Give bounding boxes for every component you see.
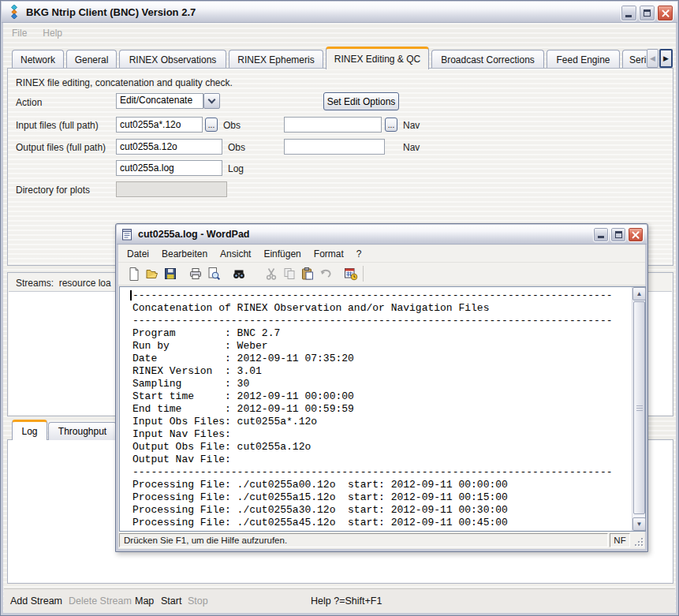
footer-bar: Add Stream Delete Stream Map Start Stop … [4,588,675,612]
wp-menu-format[interactable]: Format [308,246,350,262]
status-nf-indicator: NF [610,533,630,547]
log-line: Input Nav Files: [132,428,629,441]
plots-dir-label: Directory for plots [16,185,90,196]
tab-network[interactable]: Network [12,50,64,69]
log-file-field[interactable] [116,160,222,176]
tab-rinex-ephemeris[interactable]: RINEX Ephemeris [229,50,323,69]
close-button[interactable] [657,5,673,21]
wp-menu-hilfe[interactable]: ? [350,246,368,262]
log-line: Processing File: ./cut0255a30.12o start:… [132,504,629,517]
status-help-text: Drücken Sie F1, um die Hilfe aufzurufen. [119,533,608,547]
input-obs-caption: Obs [223,120,241,131]
streams-header: Streams: resource loa [16,278,111,289]
log-line: Run by : Weber [132,340,629,353]
bottom-tab-throughput[interactable]: Throughput [48,422,117,440]
input-files-label: Input files (full path) [16,120,99,131]
undo-icon[interactable] [316,265,334,282]
log-line: ----------------------------------------… [132,289,629,302]
action-label: Action [16,97,42,108]
log-line: Concatenation of RINEX Observation and/o… [132,302,629,315]
tab-rinex-editing-qc[interactable]: RINEX Editing & QC [326,47,429,69]
log-line: Processing File: ./cut0255a00.12o start:… [132,479,629,491]
wordpad-titlebar[interactable]: cut0255a.log - WordPad [117,225,647,245]
input-nav-caption: Nav [403,120,420,131]
log-line: Date : 2012-09-11 07:35:20 [132,353,629,365]
input-nav-browse-button[interactable]: ... [385,118,397,132]
map-button[interactable]: Map [135,595,154,607]
new-icon[interactable] [125,265,143,282]
tab-general[interactable]: General [66,50,117,69]
paste-icon[interactable] [298,265,316,282]
log-file-caption: Log [228,163,244,174]
tab-broadcast-corrections[interactable]: Broadcast Corrections [431,50,544,69]
scrollbar-thumb[interactable] [633,301,645,514]
menu-file[interactable]: File [4,24,35,42]
wordpad-window: cut0255a.log - WordPad Datei Bearbeiten … [115,223,648,552]
log-text: ----------------------------------------… [132,289,629,529]
action-select[interactable]: Edit/Concatenate [116,93,203,109]
wp-menu-ansicht[interactable]: Ansicht [214,246,257,262]
input-obs-field[interactable] [116,117,203,133]
log-line: Sampling : 30 [132,378,629,390]
save-icon[interactable] [161,265,179,282]
scroll-down-icon[interactable]: ▼ [632,517,646,531]
vertical-scrollbar[interactable]: ▲ ▼ [632,287,645,531]
print-icon[interactable] [186,265,204,282]
log-line: Processing File: ./cut0255a45.12o start:… [132,517,629,529]
output-obs-field[interactable] [116,139,222,155]
minimize-button[interactable] [621,5,637,21]
tab-rinex-observations[interactable]: RINEX Observations [119,50,226,69]
tab-feed-engine[interactable]: Feed Engine [547,50,620,69]
plots-dir-field [116,181,227,197]
wp-menu-bearbeiten[interactable]: Bearbeiten [155,246,214,262]
wordpad-text-area[interactable]: ----------------------------------------… [119,286,646,532]
add-stream-button[interactable]: Add Stream [10,595,62,607]
set-edit-options-button[interactable]: Set Edit Options [323,92,399,110]
output-files-label: Output files (full path) [16,142,106,153]
wordpad-doc-icon [121,228,133,241]
text-cursor [130,290,132,301]
main-window-title: BKG Ntrip Client (BNC) Version 2.7 [26,6,196,18]
wordpad-maximize-button[interactable] [610,227,626,242]
start-button[interactable]: Start [161,595,181,607]
cut-icon[interactable] [262,265,280,282]
open-icon[interactable] [143,265,161,282]
tab-scroll-right-icon[interactable]: ▶ [659,49,673,68]
bnc-app-icon [7,5,21,19]
log-line: RINEX Version : 3.01 [132,365,629,378]
main-menubar: File Help [4,24,675,42]
main-titlebar[interactable]: BKG Ntrip Client (BNC) Version 2.7 [2,2,677,23]
output-nav-caption: Nav [403,142,420,153]
copy-icon[interactable] [280,265,298,282]
resize-grip[interactable] [633,536,643,546]
input-nav-field[interactable] [284,117,382,133]
wp-menu-datei[interactable]: Datei [121,246,155,262]
maximize-button[interactable] [639,5,655,21]
help-shortcut-label: Help ?=Shift+F1 [311,595,382,607]
log-line: Start time : 2012-09-11 00:00:00 [132,390,629,403]
tab-scroll-left-icon[interactable]: ◀ [647,49,658,68]
wordpad-statusbar: Drücken Sie F1, um die Hilfe aufzurufen.… [119,532,644,548]
print-preview-icon[interactable] [204,265,222,282]
delete-stream-button[interactable]: Delete Stream [69,595,132,607]
log-line: Input Obs Files: cut0255a*.12o [132,416,629,428]
action-dropdown-button[interactable] [203,93,220,109]
output-nav-field[interactable] [284,139,385,155]
panel-description: RINEX file editing, concatenation and qu… [16,77,233,88]
input-obs-browse-button[interactable]: ... [205,118,218,132]
stop-button[interactable]: Stop [188,595,208,607]
output-obs-caption: Obs [228,142,245,153]
wp-menu-einfuegen[interactable]: Einfügen [257,246,307,262]
wordpad-menubar: Datei Bearbeiten Ansicht Einfügen Format… [118,245,645,263]
wordpad-minimize-button[interactable] [593,227,609,242]
find-icon[interactable] [229,265,248,282]
menu-help[interactable]: Help [35,24,70,42]
scroll-up-icon[interactable]: ▲ [632,287,646,301]
wordpad-toolbar [118,263,645,286]
wordpad-close-button[interactable] [628,227,644,242]
bottom-tab-log[interactable]: Log [12,420,47,440]
log-line: Output Obs File: cut0255a.12o [132,441,629,454]
log-line: Output Nav File: [132,454,629,466]
date-time-icon[interactable] [341,265,360,282]
log-line: Processing File: ./cut0255a15.12o start:… [132,491,629,504]
